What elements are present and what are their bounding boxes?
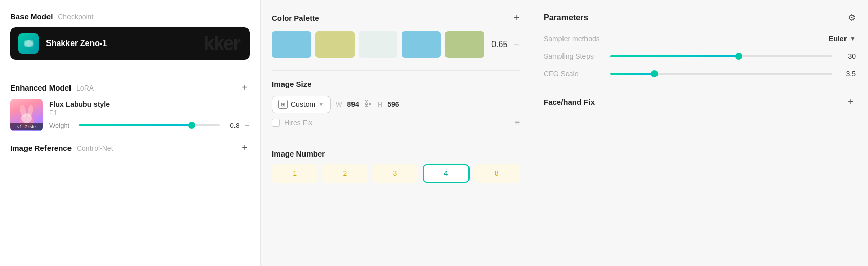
chevron-down-icon: ▼ [318,101,324,107]
sampling-steps-row: Sampling Steps 30 [544,52,856,60]
hires-left: Hires Fix [272,119,312,127]
remove-lora-button[interactable]: − [244,121,250,130]
palette-row: 0.65 − [272,31,520,58]
divider-1 [272,70,520,71]
add-face-hand-button[interactable]: + [846,97,856,107]
add-lora-button[interactable]: + [240,82,250,93]
image-size-section: Image Size ⊞ Custom ▼ W 894 ⛓ H 596 Hire… [272,80,520,127]
enhanced-model-header: Enhanced Model LoRA + [10,82,250,93]
lora-weight-row: Weight 0.8 − [49,121,250,130]
middle-panel: Color Palette + 0.65 − Image Size ⊞ Cust… [261,0,531,266]
divider-2 [272,140,520,140]
image-ref-title: Image Reference [10,144,72,152]
cfg-scale-thumb[interactable] [651,70,658,77]
link-icon[interactable]: ⛓ [364,100,372,109]
palette-swatch-3[interactable] [359,31,398,58]
settings-icon[interactable]: ⚙ [848,12,856,24]
cfg-scale-fill [610,73,654,75]
base-model-title: Base Model [10,12,53,21]
sampler-select-dropdown[interactable]: Euler ▼ [829,35,856,43]
cfg-scale-label: CFG Scale [544,70,610,78]
image-ref-subtitle: Control-Net [77,144,113,152]
base-model-card[interactable]: Shakker Zeno-1 kker [10,27,250,60]
parameters-title: Parameters [544,13,588,23]
palette-title: Color Palette [272,14,319,23]
right-panel: Parameters ⚙ Sampler methods Euler ▼ Sam… [531,0,868,266]
enhanced-model-subtitle: LoRA [76,84,94,92]
add-palette-button[interactable]: + [513,12,520,24]
lora-item: v1_2kste Flux Labubu style F.1 Weight 0.… [10,99,250,131]
image-number-section: Image Number 1 2 3 4 8 [272,149,520,183]
hires-settings-icon[interactable]: ≡ [515,118,520,127]
sampling-steps-fill [610,55,739,57]
lora-info: Flux Labubu style F.1 Weight 0.8 − [49,100,250,130]
sampling-steps-thumb[interactable] [735,53,742,60]
sampling-steps-control: 30 [610,52,856,60]
height-value: 596 [387,100,399,108]
sampler-value: Euler [829,35,847,43]
cfg-scale-value: 3.5 [837,70,856,78]
add-image-ref-button[interactable]: + [240,143,250,153]
palette-swatch-5[interactable] [445,31,484,58]
sampler-chevron-icon: ▼ [850,35,856,42]
sampling-steps-label: Sampling Steps [544,52,610,60]
left-panel: Base Model Checkpoint Shakker Zeno-1 kke… [0,0,261,266]
base-model-watermark: kker [204,33,240,55]
size-preset-dropdown[interactable]: ⊞ Custom ▼ [272,96,331,113]
palette-swatch-4[interactable] [402,31,441,58]
sampler-methods-control: Euler ▼ [610,35,856,43]
lora-weight-value: 0.8 [225,122,239,129]
base-model-title-group: Base Model Checkpoint [10,12,93,21]
lora-tag: v1_2kste [10,123,43,130]
image-ref-title-group: Image Reference Control-Net [10,144,113,152]
face-hand-header: Face/hand Fix + [544,97,856,107]
palette-opacity: 0.65 [491,40,507,49]
base-model-card-wrap: Shakker Zeno-1 kker [10,27,250,71]
image-number-2[interactable]: 2 [322,164,368,183]
enhanced-model-title: Enhanced Model [10,83,71,92]
lora-version: F.1 [49,109,250,117]
sampler-methods-row: Sampler methods Euler ▼ [544,35,856,43]
hires-fix-label: Hires Fix [284,119,312,127]
image-number-1[interactable]: 1 [272,164,318,183]
palette-swatch-1[interactable] [272,31,311,58]
height-label: H [378,101,382,108]
size-preset-label: Custom [291,100,315,108]
base-model-icon [18,33,39,54]
svg-point-2 [24,40,34,47]
sampling-steps-slider[interactable] [610,55,832,57]
hires-fix-checkbox[interactable] [272,119,280,127]
image-size-title: Image Size [272,80,520,88]
enhanced-model-section: Enhanced Model LoRA + v1_2kste Flux Lab [10,82,250,131]
cfg-scale-row: CFG Scale 3.5 [544,70,856,78]
cfg-scale-slider[interactable] [610,73,832,75]
remove-palette-button[interactable]: − [513,39,520,51]
color-palette-section: Color Palette + 0.65 − [272,12,520,58]
image-size-row: ⊞ Custom ▼ W 894 ⛓ H 596 [272,96,520,113]
width-label: W [336,101,342,108]
enhanced-model-title-group: Enhanced Model LoRA [10,83,94,92]
lora-weight-slider[interactable] [79,124,220,126]
base-model-name: Shakker Zeno-1 [46,39,107,48]
image-number-3[interactable]: 3 [372,164,418,183]
right-divider [544,87,856,87]
hires-fix-row: Hires Fix ≡ [272,118,520,127]
weight-label: Weight [49,122,74,129]
image-number-8[interactable]: 8 [474,164,520,183]
right-panel-header: Parameters ⚙ [544,12,856,24]
image-ref-section: Image Reference Control-Net + [10,143,250,153]
svg-point-6 [21,113,32,123]
lora-name: Flux Labubu style [49,100,250,108]
lora-weight-fill [79,124,192,126]
base-model-header: Base Model Checkpoint [10,12,250,21]
image-number-options: 1 2 3 4 8 [272,164,520,183]
palette-swatch-2[interactable] [315,31,355,58]
palette-header: Color Palette + [272,12,520,24]
lora-weight-thumb[interactable] [188,122,195,129]
sampler-methods-label: Sampler methods [544,35,610,43]
face-hand-title: Face/hand Fix [544,98,595,106]
image-number-title: Image Number [272,149,520,158]
lora-thumbnail: v1_2kste [10,99,43,131]
image-number-4[interactable]: 4 [423,164,470,183]
cfg-scale-control: 3.5 [610,70,856,78]
